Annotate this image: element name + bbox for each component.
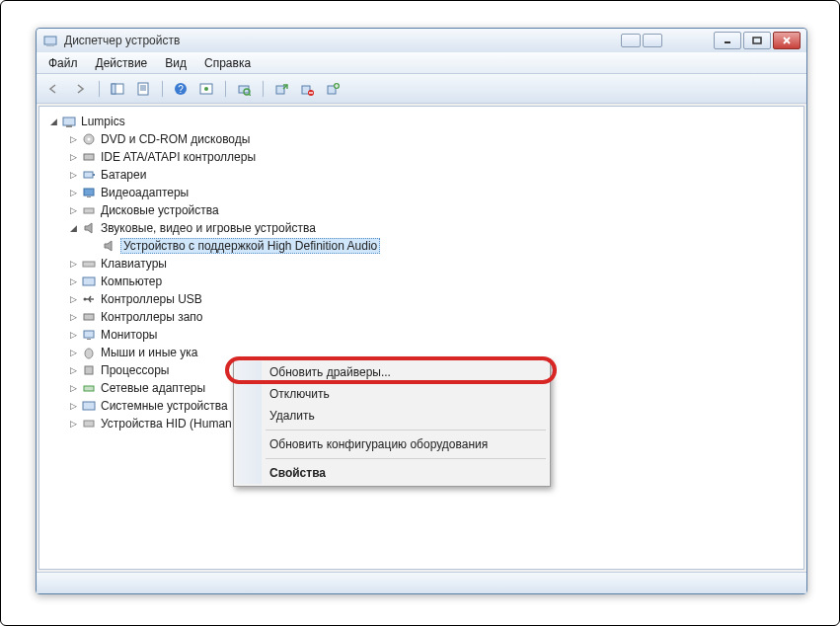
ctx-separator [266,430,546,430]
expand-icon[interactable]: ▷ [67,400,79,412]
properties-button[interactable] [131,78,155,100]
ctx-update-drivers[interactable]: Обновить драйверы... [236,361,548,383]
expand-icon[interactable]: ▷ [67,329,79,341]
display-icon [81,185,97,200]
ctx-disable[interactable]: Отключить [236,383,548,405]
expand-icon[interactable]: ▷ [67,293,79,305]
tree-item-sound[interactable]: ◢Звуковые, видео и игровые устройства [61,219,380,237]
toolbar-separator [220,80,226,98]
tree-item-usb[interactable]: ▷Контроллеры USB [61,290,380,308]
svg-rect-30 [84,172,93,178]
svg-rect-48 [84,421,94,427]
expand-icon[interactable]: ▷ [67,382,79,394]
expand-icon[interactable]: ▷ [67,311,79,323]
controller-icon [81,309,97,325]
ctx-separator [266,458,546,459]
computer-icon [61,114,77,129]
tree-label: Мониторы [101,328,157,342]
titlebar[interactable]: Диспетчер устройств [37,29,806,52]
svg-point-15 [204,87,208,91]
scan-hardware-button[interactable] [232,78,256,100]
root-node[interactable]: ◢ Lumpics [41,113,380,130]
tree-item-monitors[interactable]: ▷Мониторы [61,326,380,344]
disable-device-button[interactable] [295,78,319,100]
tree-label: Мыши и иные ука [101,346,197,359]
expand-icon[interactable]: ▷ [67,275,79,287]
nav-back-button[interactable] [42,78,66,100]
ctx-delete[interactable]: Удалить [236,405,548,427]
tree-label: Клавиатуры [101,257,167,271]
tree-item-ide[interactable]: ▷IDE ATA/ATAPI контроллеры [61,148,380,166]
svg-rect-19 [276,86,284,94]
nav-forward-button[interactable] [68,78,92,100]
app-icon [42,33,58,48]
statusbar [37,572,806,593]
refresh-button[interactable] [194,78,218,100]
maximize-button[interactable] [743,32,771,49]
menubar: Файл Действие Вид Справка [37,52,806,74]
menu-help[interactable]: Справка [196,54,259,72]
svg-line-5 [784,38,790,43]
svg-rect-36 [83,277,95,285]
ctx-label: Свойства [269,466,326,480]
tree-label: Сетевые адаптеры [101,381,205,395]
controller-icon [81,149,97,165]
expand-icon[interactable]: ▷ [67,347,79,358]
mouse-icon [81,345,97,360]
ctx-rescan[interactable]: Обновить конфигурацию оборудования [236,433,548,455]
svg-rect-7 [112,84,115,94]
svg-point-44 [85,349,93,358]
svg-rect-29 [84,154,94,160]
context-menu: Обновить драйверы... Отключить Удалить О… [233,358,551,487]
speaker-icon [101,238,116,254]
title-extra-btn-2[interactable] [643,34,662,47]
computer-icon [81,274,97,289]
tree-item-storage-ctrl[interactable]: ▷Контроллеры запо [61,308,380,326]
svg-rect-33 [87,196,91,197]
ctx-label: Обновить драйверы... [269,365,391,379]
svg-rect-46 [84,386,94,391]
update-driver-button[interactable] [269,78,293,100]
title-extra-btn-1[interactable] [621,34,641,47]
expand-icon[interactable]: ▷ [67,169,79,181]
tree-item-video[interactable]: ▷Видеоадаптеры [61,184,380,201]
ctx-properties[interactable]: Свойства [236,462,548,484]
expand-icon[interactable]: ▷ [67,204,79,216]
system-icon [81,398,97,414]
menu-view[interactable]: Вид [157,54,194,72]
tree-item-computer[interactable]: ▷Компьютер [61,273,380,290]
expand-icon[interactable]: ▷ [67,364,79,376]
monitor-icon [81,327,97,343]
expand-icon[interactable]: ▷ [67,418,79,430]
svg-rect-31 [93,174,95,176]
collapse-icon[interactable]: ◢ [47,116,59,127]
svg-rect-25 [63,117,75,125]
window-title: Диспетчер устройств [64,34,621,47]
usb-icon [81,291,97,307]
expand-icon[interactable]: ▷ [67,151,79,163]
tree-item-keyboard[interactable]: ▷Клавиатуры [61,255,380,273]
tree-item-dvd[interactable]: ▷DVD и CD-ROM дисководы [61,130,380,148]
collapse-icon[interactable]: ◢ [67,222,79,234]
help-button[interactable]: ? [169,78,192,100]
tree-label: Батареи [101,168,146,182]
battery-icon [81,167,97,183]
tree-item-disk[interactable]: ▷Дисковые устройства [61,201,380,219]
show-console-tree-button[interactable] [106,78,129,100]
ctx-label: Отключить [269,387,330,401]
device-tree[interactable]: ◢ Lumpics ▷DVD и CD-ROM дисководы ▷IDE A… [39,107,382,569]
close-button[interactable] [773,32,801,49]
disc-icon [81,131,97,147]
menu-file[interactable]: Файл [40,54,86,72]
uninstall-device-button[interactable] [321,78,344,100]
tree-item-hdaudio[interactable]: Устройство с поддержкой High Definition … [81,237,380,255]
tree-label: Дисковые устройства [101,203,219,217]
expand-icon[interactable]: ▷ [67,133,79,145]
keyboard-icon [81,256,97,272]
minimize-button[interactable] [714,32,741,49]
expand-icon[interactable]: ▷ [67,187,79,198]
expand-icon[interactable]: ▷ [67,258,79,270]
tree-item-battery[interactable]: ▷Батареи [61,166,380,184]
svg-rect-8 [138,83,148,95]
menu-action[interactable]: Действие [88,54,156,72]
